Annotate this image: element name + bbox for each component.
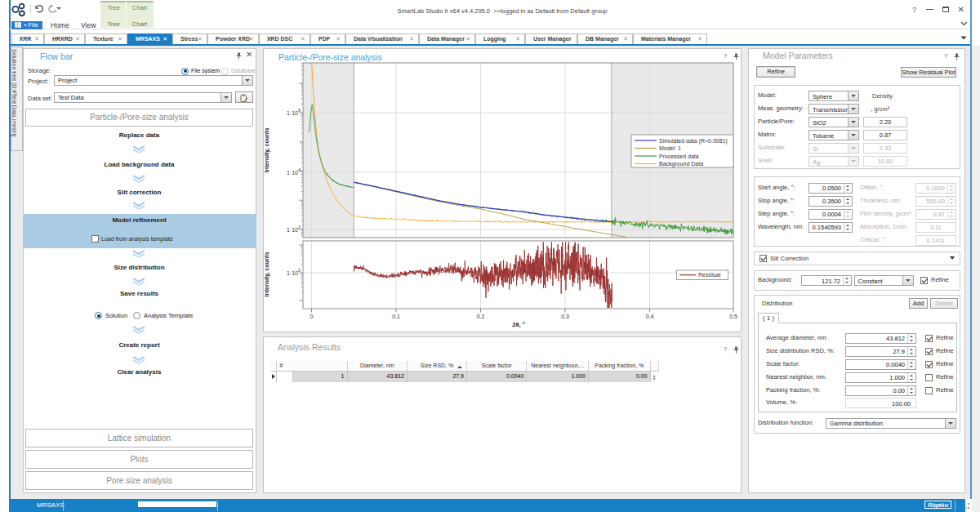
svg-text:Intensity, counts: Intensity, counts (264, 127, 270, 172)
svg-text:2θ, °: 2θ, ° (512, 321, 524, 328)
svg-text:Model: 1: Model: 1 (659, 145, 681, 151)
svg-text:0.5: 0.5 (729, 314, 737, 319)
svg-text:Processed data: Processed data (659, 154, 699, 159)
svg-text:0.3: 0.3 (561, 314, 569, 319)
svg-text:1·10: 1·10 (287, 227, 298, 233)
svg-text:6: 6 (298, 108, 301, 113)
svg-text:4: 4 (298, 167, 301, 172)
svg-text:2: 2 (298, 225, 301, 229)
svg-text:1·10: 1·10 (287, 170, 298, 176)
svg-text:1·10: 1·10 (287, 270, 298, 276)
svg-text:Intensity, counts: Intensity, counts (264, 252, 270, 296)
svg-text:0.1: 0.1 (392, 314, 400, 319)
svg-text:0.4: 0.4 (646, 314, 654, 319)
svg-text:0: 0 (310, 314, 314, 319)
svg-text:1·10: 1·10 (287, 110, 298, 116)
svg-text:0: 0 (298, 268, 301, 273)
svg-text:0.2: 0.2 (477, 314, 485, 319)
svg-text:Background Data: Background Data (659, 161, 703, 167)
svg-text:Simulated data (R=0.0081): Simulated data (R=0.0081) (659, 138, 728, 145)
svg-text:Residual: Residual (698, 272, 721, 278)
